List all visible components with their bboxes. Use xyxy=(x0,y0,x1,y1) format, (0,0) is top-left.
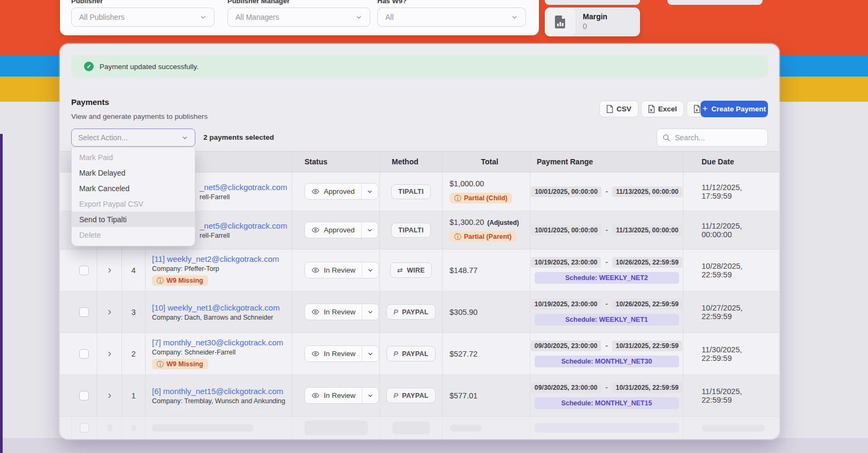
total-amount: $527.72 xyxy=(450,350,477,358)
status-dropdown-toggle[interactable] xyxy=(361,184,378,199)
expand-row-icon[interactable] xyxy=(106,392,113,399)
create-payment-button[interactable]: + Create Payment xyxy=(701,101,768,117)
publisher-company: rell-Farrell xyxy=(200,232,230,239)
status-dropdown-toggle[interactable] xyxy=(362,388,378,403)
method-icon: P xyxy=(393,308,398,316)
menu-item: Mark Paid xyxy=(72,149,195,165)
status-button[interactable]: In Review xyxy=(304,345,379,362)
expand-row-icon[interactable] xyxy=(106,308,113,316)
due-date: 11/15/2025, 22:59:59 xyxy=(702,387,768,404)
expand-row-icon[interactable] xyxy=(106,267,113,274)
menu-item[interactable]: Mark Canceled xyxy=(72,180,195,196)
method-icon: P xyxy=(393,391,398,399)
method-label: PAYPAL xyxy=(402,308,429,316)
menu-item-label: Mark Delayed xyxy=(79,169,125,177)
eye-icon xyxy=(311,226,319,234)
row-checkbox[interactable] xyxy=(79,349,89,359)
row-checkbox[interactable] xyxy=(79,307,89,317)
create-payment-label: Create Payment xyxy=(711,105,766,113)
publisher-email-link[interactable]: [7] monthly_net30@clickgotrack.com xyxy=(152,338,283,347)
status-button[interactable]: Approved xyxy=(304,183,378,200)
status-dropdown-toggle[interactable] xyxy=(361,222,378,238)
menu-item[interactable]: Mark Delayed xyxy=(72,165,195,180)
menu-item: Delete xyxy=(72,227,195,243)
margin-label: Margin xyxy=(583,12,607,21)
publisher-email-link[interactable]: [10] weekly_net1@clickgotrack.com xyxy=(152,303,280,312)
status-dropdown-toggle[interactable] xyxy=(362,346,378,361)
export-csv-label: CSV xyxy=(616,105,631,113)
row-checkbox xyxy=(80,423,89,433)
method-label: WIRE xyxy=(407,267,425,274)
status-label: Approved xyxy=(324,187,355,195)
selection-count: 2 payments selected xyxy=(203,133,274,141)
publisher-email-link[interactable]: _net5@clickgotrack.com xyxy=(200,183,287,192)
export-csv-button[interactable]: CSV xyxy=(599,101,638,117)
range-end: 10/31/2025, 22:59:59 xyxy=(612,341,683,351)
publisher-email-link[interactable]: _net5@clickgotrack.com xyxy=(200,221,287,230)
table-row: 2 [7] monthly_net30@clickgotrack.com Com… xyxy=(60,333,779,375)
w9-filter-value: All xyxy=(385,13,394,21)
expand-row-icon[interactable] xyxy=(106,350,113,358)
method-label: PAYPAL xyxy=(402,392,429,399)
due-date: 11/12/2025, 00:00:00 xyxy=(702,222,768,239)
status-button[interactable]: In Review xyxy=(304,304,379,320)
publisher-email-link[interactable]: [6] monthly_net15@clickgotrack.com xyxy=(152,387,283,396)
chevron-down-icon xyxy=(200,14,207,21)
screen: Publisher All Publishers Publisher Manag… xyxy=(0,0,868,453)
due-date: 11/30/2025, 22:59:59 xyxy=(702,345,768,363)
range-end: 10/26/2025, 22:59:59 xyxy=(612,257,683,268)
chevron-down-icon xyxy=(355,14,362,21)
expand-row-icon xyxy=(107,424,112,432)
filter-card: Publisher All Publishers Publisher Manag… xyxy=(60,0,539,35)
status-dropdown-toggle[interactable] xyxy=(362,262,378,278)
range-end: 11/13/2025, 00:00:00 xyxy=(612,225,682,236)
w9-filter-select[interactable]: All xyxy=(377,7,526,27)
schedule-badge: Schedule: WEEKLY_NET2 xyxy=(535,272,679,284)
row-checkbox[interactable] xyxy=(79,266,89,275)
row-id: 3 xyxy=(131,308,135,316)
status-dropdown-toggle[interactable] xyxy=(362,304,378,320)
total-amount: $577.01 xyxy=(450,391,477,400)
export-excel-button[interactable]: Excel xyxy=(641,101,684,117)
row-checkbox[interactable] xyxy=(79,391,89,401)
menu-item[interactable]: Send to Tipalti xyxy=(72,212,195,227)
table-row-cutoff xyxy=(60,417,779,439)
success-alert: ✓ Payment updated successfully. xyxy=(71,55,768,78)
total-amount: $1,000.00 xyxy=(450,179,484,188)
report-document-icon xyxy=(545,7,575,36)
status-button[interactable]: Approved xyxy=(304,222,378,238)
alert-message: Payment updated successfully. xyxy=(100,63,199,71)
range-start: 09/30/2025, 23:00:00 xyxy=(531,382,601,393)
total-amount: $148.77 xyxy=(450,266,477,275)
w9-filter-label: Has W9? xyxy=(377,0,407,5)
method-icon: P xyxy=(393,350,398,358)
method-label: TIPALTI xyxy=(398,188,423,195)
payments-card: ✓ Payment updated successfully. Payments… xyxy=(60,44,779,439)
publisher-company: Company: Pfeffer-Torp xyxy=(152,265,219,273)
publisher-filter-select[interactable]: All Publishers xyxy=(71,7,215,27)
range-separator: - xyxy=(605,300,607,308)
total-amount: $305.90 xyxy=(450,308,477,316)
chevron-down-icon xyxy=(511,14,518,21)
method-label: PAYPAL xyxy=(402,350,429,358)
publisher-email-link[interactable]: [11] weekly_net2@clickgotrack.com xyxy=(152,254,279,263)
manager-filter-select[interactable]: All Managers xyxy=(227,7,370,27)
status-button[interactable]: In Review xyxy=(304,262,379,278)
bulk-action-select[interactable]: Select Action... xyxy=(71,129,195,147)
search-input[interactable] xyxy=(675,133,760,142)
header-total: Total xyxy=(442,152,530,172)
method-badge: TIPALTI xyxy=(391,184,430,199)
status-label: In Review xyxy=(324,266,355,274)
publisher-company: Company: Tremblay, Wunsch and Ankunding xyxy=(152,397,285,405)
page-subtitle: View and generate payments to publishers xyxy=(71,112,208,120)
search-icon xyxy=(663,134,671,142)
due-date: 11/12/2025, 17:59:59 xyxy=(702,183,768,200)
method-badge: TIPALTI xyxy=(391,223,430,238)
status-button[interactable]: In Review xyxy=(304,387,379,404)
method-badge: P PAYPAL xyxy=(386,346,435,361)
method-badge: P PAYPAL xyxy=(386,388,435,403)
range-separator: - xyxy=(605,342,607,350)
status-label: In Review xyxy=(324,350,355,358)
menu-item-label: Mark Paid xyxy=(79,153,113,162)
publisher-filter-label: Publisher xyxy=(71,0,103,5)
